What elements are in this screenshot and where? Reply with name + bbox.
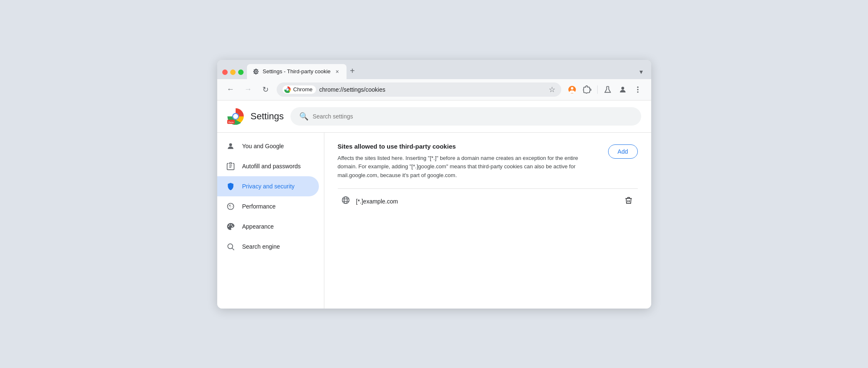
back-button[interactable]: ← bbox=[224, 83, 237, 96]
svg-point-15 bbox=[229, 143, 232, 146]
svg-point-8 bbox=[637, 89, 638, 90]
settings-header: Beta Settings 🔍 bbox=[217, 100, 651, 133]
section-title: Sites allowed to use third-party cookies bbox=[338, 143, 598, 150]
sidebar-label-performance: Performance bbox=[242, 203, 276, 210]
svg-point-6 bbox=[621, 87, 624, 90]
chrome-brand-chip: Chrome bbox=[282, 85, 316, 94]
settings-title: Settings bbox=[251, 111, 284, 122]
clipboard-icon bbox=[226, 162, 236, 170]
chrome-logo-small bbox=[284, 86, 291, 93]
search-engine-icon bbox=[226, 242, 236, 251]
sidebar-label-search-engine: Search engine bbox=[242, 243, 280, 250]
section-text: Sites allowed to use third-party cookies… bbox=[338, 143, 598, 180]
menu-button[interactable] bbox=[631, 83, 645, 96]
active-tab[interactable]: Settings - Third-party cookie × bbox=[247, 64, 347, 79]
section-desc: Affects the sites listed here. Inserting… bbox=[338, 154, 598, 180]
tab-expand-button[interactable]: ▾ bbox=[636, 66, 646, 77]
toolbar-icons bbox=[565, 83, 645, 96]
svg-point-9 bbox=[637, 91, 638, 93]
shield-icon bbox=[226, 182, 236, 190]
cookie-item: [*.]example.com bbox=[338, 188, 638, 214]
search-bar[interactable]: 🔍 bbox=[290, 107, 641, 126]
sidebar-item-search-engine[interactable]: Search engine bbox=[217, 237, 319, 257]
svg-line-21 bbox=[232, 248, 234, 250]
cookie-domain: [*.]example.com bbox=[356, 198, 617, 205]
delete-cookie-button[interactable] bbox=[623, 195, 634, 208]
sidebar-item-appearance[interactable]: Appearance bbox=[217, 216, 319, 237]
svg-text:Beta: Beta bbox=[228, 121, 234, 124]
palette-icon bbox=[226, 222, 236, 231]
chrome-label: Chrome bbox=[293, 86, 313, 93]
url-text: chrome://settings/cookies bbox=[319, 86, 545, 93]
account-button[interactable] bbox=[616, 83, 629, 96]
sidebar-label-you-and-google: You and Google bbox=[242, 143, 284, 149]
chrome-logo: Beta bbox=[227, 108, 244, 125]
address-bar: ← → ↻ Chrome chrome://settings/cookie bbox=[217, 79, 651, 100]
forward-button[interactable]: → bbox=[241, 83, 255, 96]
lab-icon-button[interactable] bbox=[601, 83, 614, 96]
sidebar-label-appearance: Appearance bbox=[242, 223, 274, 230]
tab-title: Settings - Third-party cookie bbox=[263, 68, 331, 75]
back-icon: ← bbox=[227, 85, 234, 94]
close-window-button[interactable] bbox=[222, 69, 228, 75]
flask-icon bbox=[603, 85, 612, 94]
toolbar-divider bbox=[597, 85, 598, 94]
person-icon bbox=[619, 85, 627, 94]
sidebar-item-privacy[interactable]: Privacy and security bbox=[217, 176, 319, 196]
main-content: Beta Settings 🔍 You and Goog bbox=[217, 100, 651, 309]
puzzle-icon bbox=[583, 85, 591, 94]
extensions-button[interactable] bbox=[580, 83, 594, 96]
new-tab-button[interactable]: + bbox=[347, 64, 358, 77]
tab-bar: Settings - Third-party cookie × + ▾ bbox=[247, 64, 646, 79]
bookmark-icon[interactable]: ☆ bbox=[549, 85, 555, 94]
svg-point-20 bbox=[228, 244, 233, 249]
profile-extension-button[interactable] bbox=[565, 83, 579, 96]
sidebar-item-you-and-google[interactable]: You and Google bbox=[217, 136, 319, 156]
svg-point-7 bbox=[637, 86, 638, 87]
svg-point-23 bbox=[344, 197, 347, 204]
search-input[interactable] bbox=[313, 113, 632, 120]
maximize-window-button[interactable] bbox=[238, 69, 244, 75]
svg-point-4 bbox=[571, 87, 573, 90]
svg-point-22 bbox=[342, 197, 349, 204]
section-header-row: Sites allowed to use third-party cookies… bbox=[338, 143, 638, 180]
minimize-window-button[interactable] bbox=[230, 69, 236, 75]
cookie-list: [*.]example.com bbox=[338, 188, 638, 214]
svg-rect-16 bbox=[229, 162, 231, 164]
svg-point-2 bbox=[286, 88, 288, 90]
more-vert-icon bbox=[634, 85, 642, 94]
reload-icon: ↻ bbox=[262, 85, 269, 94]
person-icon bbox=[226, 142, 236, 150]
sidebar: You and Google Autofill and passwords bbox=[217, 133, 324, 309]
trash-icon bbox=[624, 196, 633, 205]
main-panel: Sites allowed to use third-party cookies… bbox=[324, 133, 651, 309]
search-icon: 🔍 bbox=[299, 112, 308, 121]
forward-icon: → bbox=[244, 85, 252, 94]
tab-close-button[interactable]: × bbox=[334, 67, 341, 76]
url-bar[interactable]: Chrome chrome://settings/cookies ☆ bbox=[277, 82, 561, 97]
title-bar: Settings - Third-party cookie × + ▾ bbox=[217, 60, 651, 79]
window-controls bbox=[222, 69, 244, 79]
settings-body: You and Google Autofill and passwords bbox=[217, 133, 651, 309]
orange-profile-icon bbox=[568, 85, 576, 94]
performance-icon bbox=[226, 202, 236, 211]
settings-tab-icon bbox=[253, 68, 259, 75]
browser-window: Settings - Third-party cookie × + ▾ ← → … bbox=[217, 60, 651, 309]
sidebar-label-privacy: Privacy and security bbox=[242, 183, 295, 190]
reload-button[interactable]: ↻ bbox=[259, 83, 272, 96]
add-button[interactable]: Add bbox=[608, 144, 638, 159]
sidebar-item-performance[interactable]: Performance bbox=[217, 196, 319, 216]
sidebar-item-autofill[interactable]: Autofill and passwords bbox=[217, 156, 319, 176]
globe-icon bbox=[341, 196, 350, 207]
svg-point-12 bbox=[233, 114, 238, 119]
sidebar-label-autofill: Autofill and passwords bbox=[242, 163, 301, 170]
